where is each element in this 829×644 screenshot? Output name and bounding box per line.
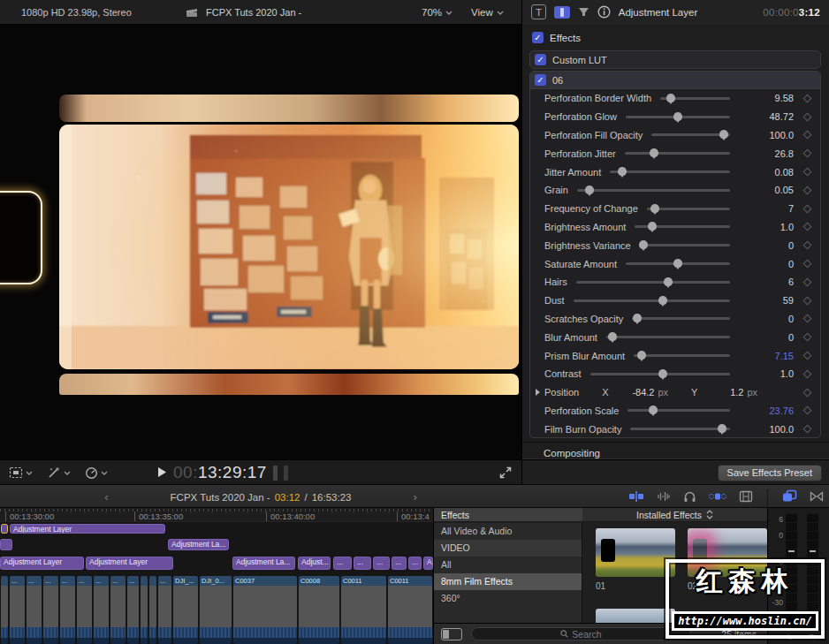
slider-handle[interactable] bbox=[650, 204, 659, 213]
keyframe-diamond[interactable] bbox=[802, 94, 811, 102]
adjustment-layer-clip[interactable]: ... bbox=[373, 557, 390, 570]
parameter-value[interactable]: 1.0 bbox=[742, 222, 794, 232]
timeline-clip[interactable] bbox=[141, 576, 148, 644]
keyframe-diamond[interactable] bbox=[802, 388, 811, 397]
keyframe-diamond[interactable] bbox=[802, 186, 811, 194]
enhancements-wand-dropdown[interactable] bbox=[47, 466, 71, 479]
parameter-value[interactable]: 7 bbox=[742, 203, 794, 214]
keyframe-diamond[interactable] bbox=[802, 223, 811, 231]
slider-handle[interactable] bbox=[637, 351, 646, 360]
snapping-icon[interactable] bbox=[709, 490, 726, 504]
parameter-value[interactable]: 0 bbox=[742, 240, 794, 251]
timeline-clip[interactable]: ... bbox=[158, 576, 171, 644]
timeline-clip[interactable]: C0008 bbox=[299, 576, 339, 644]
adjustment-layer-clip[interactable]: ... bbox=[333, 557, 352, 570]
keyframe-diamond[interactable] bbox=[802, 352, 811, 360]
parameter-value[interactable]: 7.15 bbox=[742, 351, 794, 361]
adjustment-layer-clip[interactable]: ... bbox=[354, 557, 371, 570]
parameter-slider[interactable] bbox=[606, 336, 730, 338]
effect-06-row[interactable]: ✓ 06 bbox=[530, 72, 820, 89]
adjustment-layer-clip[interactable]: Adjust... bbox=[298, 557, 331, 570]
effects-checkbox[interactable]: ✓ bbox=[532, 32, 544, 43]
keyframe-diamond[interactable] bbox=[802, 333, 811, 342]
adjustment-layer-clip[interactable]: Adjustment Layer bbox=[0, 557, 84, 570]
adjustment-layer-clip[interactable]: Adjustment Layer bbox=[86, 557, 173, 570]
slider-handle[interactable] bbox=[666, 94, 675, 102]
adjustment-layer-clip[interactable] bbox=[1, 524, 8, 534]
parameter-slider[interactable] bbox=[626, 116, 730, 118]
parameter-value[interactable]: 6 bbox=[742, 277, 794, 287]
adjustment-layer-clip[interactable] bbox=[0, 539, 12, 550]
parameter-slider[interactable] bbox=[576, 281, 730, 284]
timeline-clip[interactable]: DJI_0... bbox=[200, 576, 232, 644]
timeline-clip[interactable]: C0037 bbox=[233, 576, 297, 644]
parameter-slider[interactable] bbox=[577, 189, 730, 192]
keyframe-diamond[interactable] bbox=[802, 168, 811, 177]
solo-headphones-icon[interactable] bbox=[683, 490, 696, 504]
parameter-slider[interactable] bbox=[627, 409, 730, 412]
keyframe-diamond[interactable] bbox=[802, 149, 811, 158]
position-value[interactable]: -84.2 bbox=[608, 387, 654, 398]
timeline-clip[interactable]: ... bbox=[94, 576, 109, 644]
keyframe-diamond[interactable] bbox=[802, 369, 811, 378]
parameter-slider[interactable] bbox=[651, 133, 730, 136]
parameter-slider[interactable] bbox=[630, 428, 730, 430]
parameter-value[interactable]: 0 bbox=[742, 314, 794, 324]
keyframe-diamond[interactable] bbox=[802, 131, 811, 140]
timeline-clip[interactable]: ... bbox=[60, 576, 75, 644]
slider-handle[interactable] bbox=[673, 112, 682, 121]
timeline-clip[interactable]: ... bbox=[43, 576, 58, 644]
parameter-value[interactable]: 9.58 bbox=[742, 93, 794, 103]
adjustment-layer-clip[interactable]: ... bbox=[392, 557, 407, 570]
slider-handle[interactable] bbox=[719, 130, 728, 139]
slider-handle[interactable] bbox=[649, 405, 658, 414]
slider-handle[interactable] bbox=[639, 240, 648, 249]
parameter-value[interactable]: 0 bbox=[742, 259, 794, 269]
custom-lut-row[interactable]: ✓ Custom LUT bbox=[529, 50, 821, 69]
keyframe-diamond[interactable] bbox=[802, 314, 811, 323]
custom-lut-checkbox[interactable]: ✓ bbox=[535, 54, 546, 65]
slider-handle[interactable] bbox=[585, 186, 594, 194]
parameter-value[interactable]: 0.05 bbox=[742, 185, 794, 195]
slider-handle[interactable] bbox=[673, 259, 682, 268]
timeline-clip[interactable]: C0011 bbox=[388, 576, 432, 644]
view-dropdown[interactable]: View bbox=[471, 7, 504, 18]
transform-crop-dropdown[interactable] bbox=[9, 466, 33, 479]
timeline-panel[interactable]: 00:13:30:0000:13:35:0000:13:40:0000:13:4… bbox=[0, 508, 433, 644]
timeline-clip[interactable]: ... bbox=[110, 576, 125, 644]
zoom-dropdown[interactable]: 70% bbox=[422, 7, 453, 18]
adjustment-layer-clip[interactable]: Adjustment La... bbox=[232, 557, 295, 570]
parameter-slider[interactable] bbox=[625, 152, 730, 155]
adjustment-layer-clip[interactable]: Adjustment Layer bbox=[10, 524, 165, 534]
sidebar-item-video[interactable]: VIDEO bbox=[434, 540, 582, 557]
keyframe-diamond[interactable] bbox=[802, 112, 811, 121]
keyframe-diamond[interactable] bbox=[802, 204, 811, 213]
parameter-value[interactable]: 26.8 bbox=[742, 148, 794, 159]
parameter-slider[interactable] bbox=[610, 170, 730, 173]
timeline-history-back[interactable]: ‹ bbox=[101, 490, 111, 504]
slider-handle[interactable] bbox=[650, 148, 658, 157]
timeline-clip[interactable] bbox=[1, 576, 8, 644]
parameter-value[interactable]: 100.0 bbox=[742, 130, 794, 140]
timeline-clip[interactable]: ... bbox=[77, 576, 92, 644]
sidebar-item-all[interactable]: All bbox=[434, 557, 582, 573]
keyframe-diamond[interactable] bbox=[802, 241, 811, 250]
timeline-clip[interactable]: C0011 bbox=[341, 576, 386, 644]
effect-thumbnail[interactable] bbox=[596, 528, 675, 577]
parameter-value[interactable]: 1.0 bbox=[742, 368, 794, 379]
adjustment-layer-clip[interactable]: Adjustment La... bbox=[168, 539, 229, 550]
parameter-slider[interactable] bbox=[647, 208, 730, 210]
slider-handle[interactable] bbox=[718, 424, 726, 433]
keyframe-diamond[interactable] bbox=[802, 406, 811, 415]
effect-06-checkbox[interactable]: ✓ bbox=[535, 74, 546, 86]
installed-effects-dropdown[interactable]: Installed Effects bbox=[582, 508, 767, 522]
parameter-value[interactable]: 23.76 bbox=[742, 405, 794, 416]
parameter-value[interactable]: 0.08 bbox=[742, 167, 794, 178]
parameter-slider[interactable] bbox=[632, 317, 730, 320]
viewer-canvas[interactable] bbox=[0, 25, 521, 459]
slider-handle[interactable] bbox=[648, 222, 657, 231]
timeline-history-forward[interactable]: › bbox=[409, 490, 420, 504]
adjustment-layer-clip[interactable]: ... bbox=[408, 557, 422, 570]
disclosure-triangle-icon[interactable] bbox=[536, 389, 540, 396]
sidebar-toggle-icon[interactable] bbox=[441, 628, 462, 640]
